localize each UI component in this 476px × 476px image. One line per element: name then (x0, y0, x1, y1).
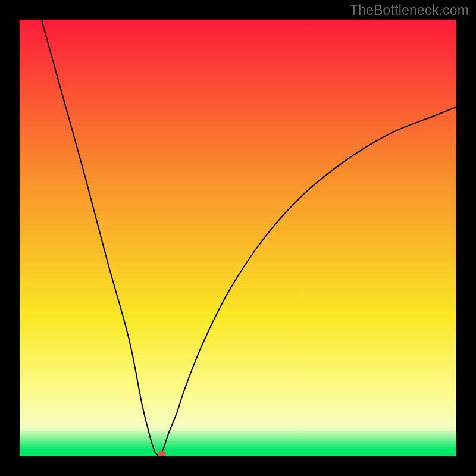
plot-svg (20, 20, 456, 456)
minimum-marker (158, 451, 166, 456)
plot-area (20, 20, 456, 456)
gradient-rect (20, 20, 456, 456)
watermark-text: TheBottleneck.com (350, 2, 469, 18)
chart-frame: TheBottleneck.com (0, 0, 476, 476)
